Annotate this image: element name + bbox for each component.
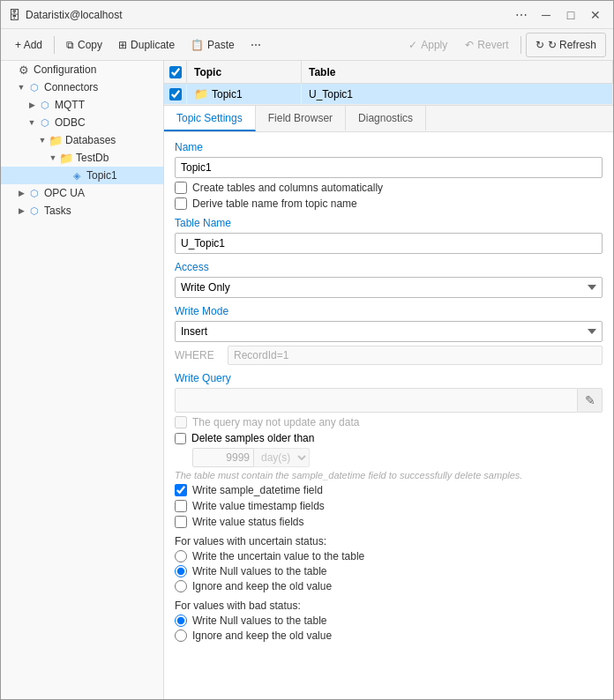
write-mode-label: Write Mode [175, 305, 603, 317]
expand-icon: ▶ [26, 99, 38, 111]
toolbar-sep-1 [54, 36, 55, 54]
sidebar: ⚙ Configuration ▼ ⬡ Connectors ▶ ⬡ MQTT … [1, 61, 164, 699]
tab-diagnostics[interactable]: Diagnostics [346, 106, 426, 131]
title-bar: 🗄 Dataristix@localhost ⋯ ─ □ ✕ [1, 1, 613, 29]
write-value-status-row: Write value status fields [175, 516, 603, 528]
delete-samples-checkbox[interactable] [175, 433, 186, 444]
query-edit-button[interactable]: ✎ [578, 388, 603, 413]
copy-button[interactable]: ⧉ Copy [59, 33, 109, 57]
tasks-icon: ⬡ [27, 204, 41, 218]
where-row: WHERE [175, 346, 603, 365]
node-icon: ⬡ [38, 98, 52, 112]
uncertain-option1-radio[interactable] [175, 550, 187, 562]
main-window: 🗄 Dataristix@localhost ⋯ ─ □ ✕ + Add ⧉ C… [0, 0, 614, 700]
write-mode-select[interactable]: Insert Update Upsert [175, 321, 603, 342]
folder-icon: 📁 [59, 151, 73, 165]
uncertain-option2-label[interactable]: Write Null values to the table [192, 565, 327, 577]
bad-option1-radio[interactable] [175, 614, 187, 627]
tab-topic-settings[interactable]: Topic Settings [164, 106, 256, 131]
tab-field-browser[interactable]: Field Browser [256, 106, 346, 131]
sidebar-item-databases[interactable]: ▼ 📁 Databases [1, 131, 163, 149]
sidebar-item-topic1[interactable]: ◈ Topic1 [1, 167, 163, 184]
uncertain-option1-label[interactable]: Write the uncertain value to the table [192, 550, 364, 562]
revert-button[interactable]: ↶ Revert [458, 33, 515, 57]
write-sample-datetime-label[interactable]: Write sample_datetime field [192, 484, 323, 496]
expand-icon: ▼ [15, 81, 27, 93]
node-icon: ⬡ [27, 80, 41, 94]
sidebar-item-label: Configuration [34, 63, 96, 76]
node-icon: ⬡ [27, 186, 41, 200]
refresh-button[interactable]: ↻ ↻ Refresh [526, 33, 606, 57]
bad-option2-radio[interactable] [175, 629, 187, 642]
uncertain-option3-label[interactable]: Ignore and keep the old value [192, 580, 332, 592]
row-checkbox[interactable] [169, 88, 182, 101]
th-topic: Topic [187, 61, 302, 83]
create-tables-row: Create tables and columns automatically [175, 182, 603, 194]
close-button[interactable]: ✕ [585, 4, 606, 26]
uncertain-option2-radio[interactable] [175, 565, 187, 577]
write-query-input[interactable] [175, 388, 578, 413]
expand-icon: ▼ [26, 116, 38, 129]
table-row[interactable]: 📁 Topic1 U_Topic1 [164, 84, 613, 105]
more-button[interactable]: ⋯ [243, 33, 268, 57]
sidebar-item-odbc[interactable]: ▼ ⬡ ODBC [1, 114, 163, 131]
topic-icon: ◈ [70, 168, 84, 182]
maximize-button[interactable]: □ [560, 4, 581, 26]
app-icon: 🗄 [8, 8, 20, 22]
name-input[interactable] [175, 157, 603, 178]
sidebar-item-mqtt[interactable]: ▶ ⬡ MQTT [1, 96, 163, 114]
create-tables-checkbox[interactable] [175, 182, 187, 194]
detail-panel: Topic Settings Field Browser Diagnostics… [164, 105, 613, 699]
derive-table-checkbox[interactable] [175, 197, 187, 210]
bad-option1-label[interactable]: Write Null values to the table [192, 614, 327, 627]
tab-bar: Topic Settings Field Browser Diagnostics [164, 106, 613, 132]
delete-samples-label[interactable]: Delete samples older than [191, 432, 314, 444]
bad-option2-row: Ignore and keep the old value [175, 629, 603, 642]
bad-option1-row: Write Null values to the table [175, 614, 603, 627]
sidebar-item-tasks[interactable]: ▶ ⬡ Tasks [1, 202, 163, 220]
table-name-input[interactable] [175, 233, 603, 254]
sidebar-item-testdb[interactable]: ▼ 📁 TestDb [1, 149, 163, 167]
add-button[interactable]: + Add [8, 33, 49, 57]
sidebar-item-label: Databases [65, 134, 116, 146]
delete-unit-select: day(s) [254, 448, 310, 467]
td-table: U_Topic1 [302, 84, 613, 104]
delete-value-row: day(s) [192, 448, 603, 467]
duplicate-button[interactable]: ⊞ Duplicate [111, 33, 182, 57]
bad-option2-label[interactable]: Ignore and keep the old value [192, 629, 332, 642]
write-sample-datetime-checkbox[interactable] [175, 484, 187, 496]
header-checkbox[interactable] [169, 66, 182, 78]
write-query-label: Write Query [175, 372, 603, 384]
access-select-wrapper: Read Only Write Only Read/Write [175, 277, 603, 298]
write-value-status-checkbox[interactable] [175, 516, 187, 528]
uncertain-section-label: For values with uncertain status: [175, 535, 603, 547]
toolbar: + Add ⧉ Copy ⊞ Duplicate 📋 Paste ⋯ ✓ App… [1, 29, 613, 61]
sidebar-item-configuration[interactable]: ⚙ Configuration [1, 61, 163, 78]
query-row: ✎ [175, 388, 603, 413]
name-label: Name [175, 141, 603, 153]
td-checkbox [164, 84, 187, 104]
where-label: WHERE [175, 349, 228, 361]
minimize-button[interactable]: ─ [535, 4, 557, 26]
expand-icon: ▶ [15, 205, 27, 217]
access-select[interactable]: Read Only Write Only Read/Write [175, 277, 603, 298]
write-value-status-label[interactable]: Write value status fields [192, 516, 304, 528]
access-label: Access [175, 261, 603, 273]
uncertain-option3-row: Ignore and keep the old value [175, 580, 603, 592]
sidebar-item-opcua[interactable]: ▶ ⬡ OPC UA [1, 184, 163, 202]
expand-icon [4, 63, 17, 76]
sidebar-item-label: OPC UA [44, 187, 85, 199]
th-table: Table [302, 61, 613, 83]
write-value-timestamp-label[interactable]: Write value timestamp fields [192, 500, 325, 512]
window-title: Dataristix@localhost [26, 9, 123, 21]
paste-button[interactable]: 📋 Paste [183, 33, 242, 57]
apply-button[interactable]: ✓ Apply [400, 33, 456, 57]
where-input [228, 346, 603, 365]
menu-button[interactable]: ⋯ [511, 4, 532, 26]
uncertain-option3-radio[interactable] [175, 580, 187, 592]
create-tables-label[interactable]: Create tables and columns automatically [192, 182, 383, 194]
derive-table-label[interactable]: Derive table name from topic name [192, 197, 357, 210]
write-value-timestamp-checkbox[interactable] [175, 500, 187, 512]
form-area: Name Create tables and columns automatic… [164, 132, 613, 699]
sidebar-item-connectors[interactable]: ▼ ⬡ Connectors [1, 78, 163, 96]
